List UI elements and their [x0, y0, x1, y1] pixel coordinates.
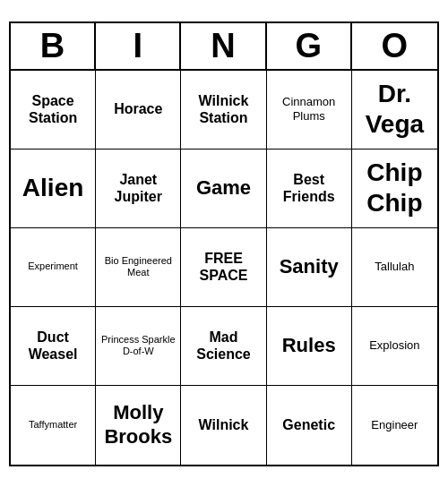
- bingo-cell: Alien: [11, 150, 96, 228]
- cell-text: Horace: [114, 100, 162, 117]
- cell-text: Janet Jupiter: [99, 171, 177, 205]
- cell-text: Chip Chip: [356, 158, 434, 218]
- bingo-cell: Molly Brooks: [96, 386, 181, 465]
- cell-text: Engineer: [371, 418, 418, 432]
- cell-text: Duct Weasel: [14, 329, 91, 363]
- header-letter: N: [181, 23, 266, 69]
- header-letter: O: [352, 23, 437, 69]
- cell-text: Princess Sparkle D-of-W: [99, 334, 177, 357]
- bingo-cell: Duct Weasel: [11, 307, 96, 386]
- cell-text: Explosion: [369, 338, 419, 353]
- header-letter: I: [96, 23, 181, 69]
- bingo-cell: Taffymatter: [11, 386, 96, 465]
- cell-text: Tallulah: [375, 260, 414, 274]
- bingo-cell: Space Station: [11, 71, 96, 150]
- bingo-cell: Chip Chip: [352, 150, 437, 228]
- cell-text: Wilnick: [199, 416, 249, 433]
- cell-text: Wilnick Station: [185, 92, 262, 126]
- bingo-cell: Horace: [96, 71, 181, 150]
- cell-text: Game: [196, 176, 251, 200]
- bingo-cell: Janet Jupiter: [96, 150, 181, 228]
- bingo-cell: Dr. Vega: [352, 71, 437, 150]
- cell-text: Cinnamon Plums: [271, 95, 348, 123]
- cell-text: FREE SPACE: [185, 250, 262, 284]
- cell-text: Best Friends: [271, 171, 348, 205]
- cell-text: Sanity: [280, 255, 339, 278]
- cell-text: Genetic: [282, 416, 335, 433]
- bingo-cell: Wilnick Station: [181, 71, 266, 150]
- bingo-cell: Explosion: [352, 307, 437, 386]
- cell-text: Bio Engineered Meat: [99, 255, 177, 278]
- cell-text: Dr. Vega: [356, 79, 434, 139]
- bingo-cell: Wilnick: [181, 386, 266, 465]
- bingo-header: BINGO: [11, 23, 437, 71]
- bingo-cell: FREE SPACE: [181, 228, 266, 307]
- bingo-cell: Mad Science: [181, 307, 266, 386]
- cell-text: Mad Science: [185, 329, 262, 363]
- header-letter: B: [11, 23, 96, 69]
- header-letter: G: [267, 23, 352, 69]
- bingo-cell: Engineer: [352, 386, 437, 465]
- bingo-cell: Bio Engineered Meat: [96, 228, 181, 307]
- bingo-cell: Cinnamon Plums: [267, 71, 352, 150]
- cell-text: Molly Brooks: [99, 401, 177, 449]
- bingo-cell: Game: [181, 150, 266, 228]
- bingo-cell: Genetic: [267, 386, 352, 465]
- cell-text: Experiment: [28, 261, 78, 272]
- bingo-card: BINGO Space StationHoraceWilnick Station…: [9, 21, 439, 466]
- bingo-cell: Best Friends: [267, 150, 352, 228]
- cell-text: Taffymatter: [29, 419, 77, 431]
- cell-text: Rules: [282, 334, 336, 357]
- bingo-cell: Sanity: [267, 228, 352, 307]
- bingo-grid: Space StationHoraceWilnick StationCinnam…: [11, 71, 437, 465]
- cell-text: Alien: [22, 173, 83, 203]
- bingo-cell: Rules: [267, 307, 352, 386]
- bingo-cell: Experiment: [11, 228, 96, 307]
- cell-text: Space Station: [14, 92, 91, 126]
- bingo-cell: Princess Sparkle D-of-W: [96, 307, 181, 386]
- bingo-cell: Tallulah: [352, 228, 437, 307]
